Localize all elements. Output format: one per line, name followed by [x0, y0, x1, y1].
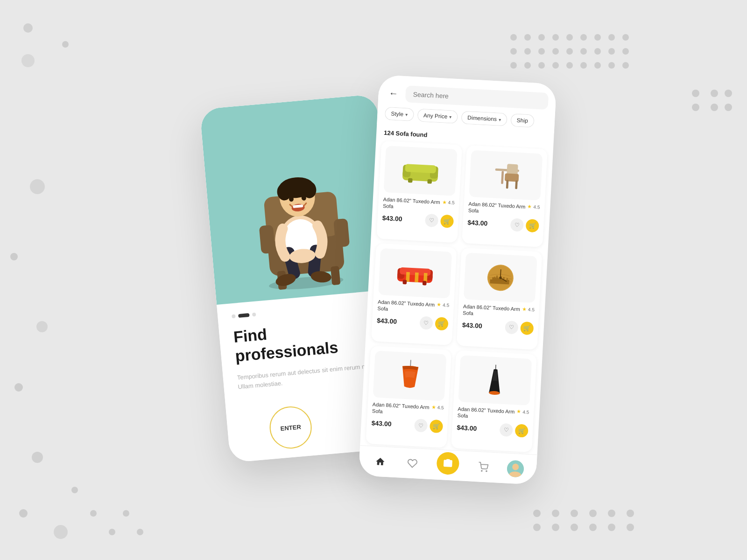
svg-rect-64	[333, 218, 350, 247]
product-actions-1: ♡ 🛒	[425, 213, 454, 228]
heart-button-3[interactable]: ♡	[419, 316, 433, 329]
nav-cart[interactable]	[474, 458, 492, 476]
product-card-5: Adan 86.02" Tuxedo Arm Sofa ★ 4.5 $43.00…	[366, 346, 451, 448]
nav-favorites[interactable]	[404, 455, 422, 472]
search-input[interactable]	[405, 85, 549, 110]
heart-button-1[interactable]: ♡	[425, 213, 438, 227]
filter-price[interactable]: Any Price ▾	[417, 109, 458, 124]
svg-line-109	[496, 365, 496, 370]
product-image-4	[464, 252, 537, 303]
star-icon: ★	[431, 404, 436, 411]
product-lamp-black-svg	[481, 361, 509, 400]
product-name-6: Adan 86.02" Tuxedo Arm Sofa	[457, 406, 516, 422]
indicator-1	[232, 315, 236, 319]
right-phone: ← Style ▾ Any Price ▾ Dimensions ▾ Ship	[359, 75, 557, 485]
filter-bar: Style ▾ Any Price ▾ Dimensions ▾ Ship	[385, 107, 548, 128]
nav-profile[interactable]	[507, 460, 524, 478]
svg-rect-63	[259, 225, 275, 254]
svg-point-112	[486, 471, 487, 472]
star-icon: ★	[527, 203, 532, 210]
product-image-6	[458, 355, 532, 406]
product-name-4: Adan 86.02" Tuxedo Arm Sofa	[463, 303, 522, 319]
title-line1: Find	[233, 325, 268, 346]
product-card-3: Adan 86.02" Tuxedo Arm Sofa ★ 4.5 $43.00…	[371, 243, 457, 345]
svg-rect-93	[501, 171, 504, 184]
nav-camera[interactable]	[436, 452, 459, 475]
indicator-2	[238, 313, 250, 318]
cart-button-5[interactable]: 🛒	[430, 419, 443, 433]
product-card-1: Adan 86.02" Tuxedo Arm Sofa ★ 4.5 $43.00…	[376, 141, 462, 243]
product-price-2: $43.00	[467, 218, 488, 227]
filter-ship[interactable]: Ship	[510, 113, 534, 128]
svg-rect-86	[408, 178, 413, 182]
heart-button-6[interactable]: ♡	[500, 423, 513, 436]
product-rating-5: ★ 4.5	[431, 404, 444, 411]
product-rating-6: ★ 4.5	[516, 408, 529, 415]
product-lamp-orange-svg	[395, 357, 425, 395]
product-chair-brown-svg	[487, 159, 524, 191]
product-card-6: Adan 86.02" Tuxedo Arm Sofa ★ 4.5 $43.00…	[451, 350, 537, 453]
nav-home[interactable]	[371, 453, 389, 470]
svg-rect-85	[405, 164, 436, 173]
svg-rect-102	[423, 280, 427, 285]
hero-section	[199, 94, 393, 305]
indicator-3	[252, 313, 256, 317]
product-image-1	[384, 146, 458, 196]
products-grid: Adan 86.02" Tuxedo Arm Sofa ★ 4.5 $43.00…	[360, 139, 553, 455]
svg-rect-91	[506, 180, 509, 189]
product-price-4: $43.00	[462, 321, 483, 329]
product-actions-2: ♡ 🛒	[510, 218, 539, 232]
phone-header: ← Style ▾ Any Price ▾ Dimensions ▾ Ship	[377, 75, 557, 133]
product-price-6: $43.00	[457, 423, 477, 432]
product-image-2	[469, 150, 543, 201]
product-card-4: Adan 86.02" Tuxedo Arm Sofa ★ 4.5 $43.00…	[457, 248, 543, 350]
svg-line-108	[410, 360, 411, 367]
svg-rect-101	[402, 280, 407, 284]
search-bar: ←	[386, 84, 549, 110]
chevron-down-icon: ▾	[449, 114, 452, 119]
star-icon: ★	[522, 306, 527, 313]
hero-illustration	[199, 94, 393, 305]
filter-dimensions[interactable]: Dimensions ▾	[461, 111, 507, 126]
heart-icon	[407, 458, 418, 469]
filter-style[interactable]: Style ▾	[385, 107, 414, 121]
cart-button-6[interactable]: 🛒	[515, 424, 529, 437]
product-actions-6: ♡ 🛒	[500, 423, 529, 437]
product-price-1: $43.00	[382, 214, 402, 222]
enter-button[interactable]: ENTER	[268, 405, 314, 451]
svg-rect-87	[427, 179, 432, 183]
cart-button-2[interactable]: 🛒	[526, 219, 539, 232]
star-icon: ★	[516, 408, 521, 415]
product-actions-3: ♡ 🛒	[419, 316, 448, 330]
product-sofa-green-svg	[400, 154, 441, 187]
product-rating-1: ★ 4.5	[442, 199, 455, 206]
avatar-image	[507, 460, 524, 478]
product-price-5: $43.00	[371, 419, 392, 427]
svg-rect-99	[415, 272, 419, 282]
page-indicator	[232, 301, 381, 318]
product-clock-svg	[482, 260, 519, 295]
product-rating-3: ★ 4.5	[437, 301, 450, 308]
product-name-5: Adan 86.02" Tuxedo Arm Sofa	[372, 401, 431, 417]
product-rating-2: ★ 4.5	[527, 203, 540, 210]
heart-button-5[interactable]: ♡	[414, 419, 428, 432]
cart-button-4[interactable]: 🛒	[520, 321, 534, 335]
cart-button-3[interactable]: 🛒	[435, 317, 448, 330]
product-actions-4: ♡ 🛒	[505, 321, 534, 335]
product-actions-5: ♡ 🛒	[414, 419, 443, 433]
back-button[interactable]: ←	[386, 85, 402, 101]
star-icon: ★	[442, 199, 447, 206]
product-card-2: Adan 86.02" Tuxedo Arm Sofa ★ 4.5 $43.00…	[462, 145, 548, 247]
svg-rect-92	[515, 180, 518, 189]
hero-title: Find professionals	[233, 315, 385, 365]
product-name-3: Adan 86.02" Tuxedo Arm Sofa	[377, 299, 437, 315]
chevron-down-icon: ▾	[405, 112, 408, 117]
product-name-1: Adan 86.02" Tuxedo Arm Sofa	[383, 196, 442, 212]
home-icon	[375, 456, 386, 467]
heart-button-4[interactable]: ♡	[505, 321, 518, 334]
cart-button-1[interactable]: 🛒	[440, 214, 454, 228]
camera-icon	[443, 458, 453, 469]
heart-button-2[interactable]: ♡	[510, 218, 524, 231]
svg-rect-66	[331, 266, 340, 285]
svg-point-111	[481, 470, 482, 471]
